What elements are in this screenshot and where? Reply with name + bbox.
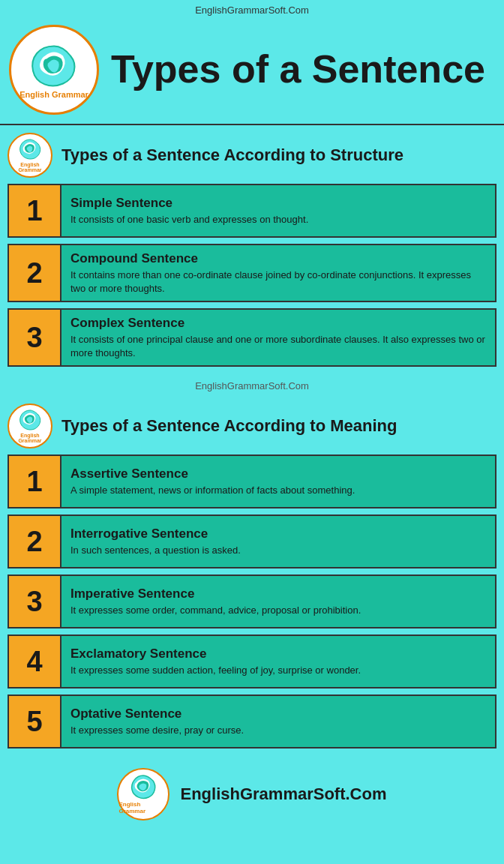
item-title: Exclamatory Sentence [70,646,486,662]
logo: English Grammar [9,25,99,115]
footer-logo: English Grammar [117,768,170,820]
main-title: Types of a Sentence [111,48,485,91]
logo-label: English Grammar [20,90,88,99]
item-number: 2 [8,244,62,302]
item-content: Imperative Sentence It expresses some or… [62,574,496,628]
section1-header: English Grammar Types of a Sentence Acco… [8,133,496,178]
item-desc: It expresses some desire, pray or curse. [70,724,486,737]
item-title: Compound Sentence [70,251,486,266]
item-content: Assertive Sentence A simple statement, n… [62,454,496,508]
structure-item-3: 3 Complex Sentence It consists of one pr… [8,308,496,367]
meaning-item-4: 4 Exclamatory Sentence It expresses some… [8,634,496,688]
footer: English Grammar EnglishGrammarSoft.Com [0,758,504,832]
item-content: Optative Sentence It expresses some desi… [62,694,496,748]
section2-logo: English Grammar [8,404,52,448]
item-desc: In such sentences, a question is asked. [70,544,486,557]
item-content: Compound Sentence It contains more than … [62,244,496,302]
item-number: 1 [8,184,62,238]
item-number: 5 [8,694,62,748]
item-number: 2 [8,514,62,568]
meaning-item-2: 2 Interrogative Sentence In such sentenc… [8,514,496,568]
section2-logo-label: English Grammar [9,433,51,443]
header: English Grammar Types of a Sentence [0,19,504,125]
item-content: Complex Sentence It consists of one prin… [62,308,496,367]
item-number: 3 [8,574,62,628]
item-number: 4 [8,634,62,688]
section1-logo: English Grammar [8,133,52,178]
middle-url: EnglishGrammarSoft.Com [0,376,504,396]
meaning-item-5: 5 Optative Sentence It expresses some de… [8,694,496,748]
section2-header: English Grammar Types of a Sentence Acco… [8,404,496,448]
item-content: Simple Sentence It consists of one basic… [62,184,496,238]
item-content: Exclamatory Sentence It expresses some s… [62,634,496,688]
item-number: 3 [8,308,62,367]
meaning-item-1: 1 Assertive Sentence A simple statement,… [8,454,496,508]
item-desc: It contains more than one co-ordinate cl… [70,268,486,295]
item-title: Optative Sentence [70,706,486,722]
section2-title: Types of a Sentence According to Meaning [62,416,397,436]
section-structure: English Grammar Types of a Sentence Acco… [0,125,504,376]
item-desc: It expresses some order, command, advice… [70,604,486,617]
item-title: Simple Sentence [70,196,486,211]
item-title: Complex Sentence [70,316,486,331]
item-title: Assertive Sentence [70,466,486,482]
item-desc: It consists of one principal clause and … [70,333,486,359]
section1-logo-label: English Grammar [9,162,51,172]
structure-item-2: 2 Compound Sentence It contains more tha… [8,244,496,302]
section-meaning: English Grammar Types of a Sentence Acco… [0,396,504,758]
item-desc: It expresses some sudden action, feeling… [70,664,486,677]
footer-logo-label: English Grammar [118,801,168,814]
section1-title: Types of a Sentence According to Structu… [62,146,404,165]
footer-url: EnglishGrammarSoft.Com [180,784,386,804]
top-url: EnglishGrammarSoft.Com [0,0,504,19]
item-title: Interrogative Sentence [70,526,486,542]
item-desc: It consists of one basic verb and expres… [70,213,486,226]
item-number: 1 [8,454,62,508]
item-title: Imperative Sentence [70,586,486,602]
structure-item-1: 1 Simple Sentence It consists of one bas… [8,184,496,238]
item-desc: A simple statement, news or information … [70,484,486,497]
item-content: Interrogative Sentence In such sentences… [62,514,496,568]
meaning-item-3: 3 Imperative Sentence It expresses some … [8,574,496,628]
